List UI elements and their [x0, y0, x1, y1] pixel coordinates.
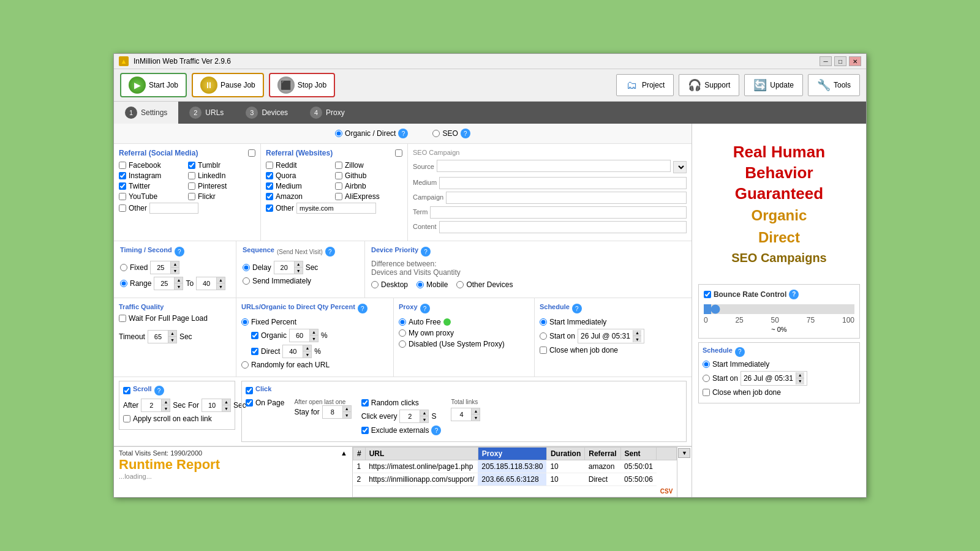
sched-close-check[interactable]: [703, 389, 710, 396]
timeout-input[interactable]: [148, 331, 168, 342]
exclude-help-icon[interactable]: ?: [431, 425, 441, 435]
organic-direct-option[interactable]: Organic / Direct ?: [335, 129, 408, 138]
range-to-up[interactable]: ▲: [216, 277, 225, 283]
device-priority-help-icon[interactable]: ?: [421, 247, 431, 257]
twitter-check[interactable]: [119, 182, 126, 190]
other-web-check[interactable]: [266, 204, 273, 212]
direct-up[interactable]: ▲: [303, 345, 311, 351]
reddit-check[interactable]: [266, 162, 273, 169]
total-links-input[interactable]: [451, 409, 471, 420]
other-social-check[interactable]: [119, 204, 126, 212]
seo-help-icon[interactable]: ?: [461, 129, 470, 138]
support-button[interactable]: 🎧 Support: [679, 74, 739, 96]
stop-job-button[interactable]: ⬛ Stop Job: [269, 73, 335, 97]
bounce-help-icon[interactable]: ?: [789, 290, 799, 299]
organic-down[interactable]: ▼: [309, 335, 318, 342]
fixed-percent-radio[interactable]: [241, 318, 249, 326]
start-job-button[interactable]: ▶ Start Job: [120, 73, 187, 97]
scroll-for-input[interactable]: [202, 400, 222, 411]
facebook-check[interactable]: [119, 162, 126, 169]
tools-button[interactable]: 🔧 Tools: [808, 74, 860, 96]
campaign-input[interactable]: [446, 192, 687, 204]
table-scroll-down[interactable]: ▼: [678, 448, 690, 458]
source-select[interactable]: [673, 161, 687, 173]
quora-check[interactable]: [266, 172, 273, 179]
date-down[interactable]: ▼: [633, 336, 641, 342]
url-qty-help-icon[interactable]: ?: [358, 304, 368, 313]
stay-down[interactable]: ▼: [342, 412, 351, 418]
my-proxy-radio[interactable]: [399, 329, 406, 337]
proxy-help-icon[interactable]: ?: [420, 304, 430, 313]
wait-check[interactable]: [119, 315, 126, 322]
referral-websites-toggle[interactable]: [395, 149, 402, 157]
organic-radio[interactable]: [335, 130, 342, 137]
instagram-check[interactable]: [119, 172, 126, 179]
referral-social-toggle[interactable]: [248, 149, 255, 157]
timeout-down[interactable]: ▼: [168, 337, 176, 343]
click-check[interactable]: [246, 387, 253, 394]
stay-up[interactable]: ▲: [342, 406, 351, 412]
direct-input[interactable]: [283, 346, 303, 357]
random-url-radio[interactable]: [241, 361, 249, 369]
click-every-input[interactable]: [400, 411, 420, 422]
amazon-check[interactable]: [266, 193, 273, 200]
other-social-input[interactable]: [149, 203, 198, 214]
bounce-slider[interactable]: [704, 304, 854, 314]
range-from-up[interactable]: ▲: [174, 277, 183, 283]
delay-up[interactable]: ▲: [294, 261, 303, 268]
aliexpress-check[interactable]: [335, 193, 342, 200]
start-immediately-radio[interactable]: [540, 318, 547, 326]
content-input[interactable]: [439, 221, 687, 233]
scroll-help-icon[interactable]: ?: [154, 386, 164, 395]
seo-option[interactable]: SEO ?: [432, 129, 470, 138]
scroll-up-icon[interactable]: ▲: [341, 449, 347, 457]
schedule-right-help[interactable]: ?: [735, 347, 745, 357]
range-from-down[interactable]: ▼: [174, 283, 183, 290]
bounce-check[interactable]: [704, 291, 711, 298]
desktop-radio[interactable]: [371, 281, 379, 288]
term-input[interactable]: [430, 206, 686, 219]
project-button[interactable]: 🗂 Project: [616, 74, 674, 96]
sched-immediate-radio[interactable]: [703, 361, 710, 368]
other-devices-radio[interactable]: [456, 281, 464, 288]
close-check[interactable]: [540, 347, 547, 354]
scroll-check[interactable]: [123, 387, 130, 394]
other-devices-option[interactable]: Other Devices: [456, 280, 513, 289]
fixed-down[interactable]: ▼: [170, 268, 179, 274]
youtube-check[interactable]: [119, 193, 126, 200]
source-input[interactable]: [437, 160, 671, 172]
click-every-up[interactable]: ▲: [420, 410, 428, 416]
stay-for-input[interactable]: [323, 407, 342, 418]
mobile-radio[interactable]: [417, 281, 424, 288]
range-to-down[interactable]: ▼: [216, 283, 225, 290]
medium-check[interactable]: [266, 182, 273, 190]
apply-scroll-check[interactable]: [123, 415, 130, 422]
exclude-check[interactable]: [361, 427, 369, 434]
scroll-for-down[interactable]: ▼: [222, 405, 230, 411]
direct-down[interactable]: ▼: [303, 351, 311, 358]
scroll-for-up[interactable]: ▲: [222, 399, 230, 405]
other-web-input[interactable]: [296, 203, 376, 214]
send-immediately-radio[interactable]: [243, 277, 250, 285]
tab-devices[interactable]: 3 Devices: [235, 102, 299, 124]
github-check[interactable]: [335, 172, 342, 179]
timeout-up[interactable]: ▲: [168, 331, 176, 337]
delay-radio[interactable]: [243, 264, 250, 271]
tumblr-check[interactable]: [188, 162, 195, 169]
csv-export-button[interactable]: CSV: [657, 486, 677, 497]
update-button[interactable]: 🔄 Update: [744, 74, 803, 96]
delay-down[interactable]: ▼: [294, 268, 303, 274]
airbnb-check[interactable]: [335, 182, 342, 190]
delay-input[interactable]: [274, 262, 294, 273]
sched-start-on-radio[interactable]: [703, 375, 710, 382]
organic-input[interactable]: [290, 330, 309, 341]
organic-help-icon[interactable]: ?: [398, 129, 408, 138]
zillow-check[interactable]: [335, 162, 342, 169]
random-clicks-check[interactable]: [361, 399, 369, 407]
mobile-option[interactable]: Mobile: [417, 280, 448, 289]
close-button[interactable]: ✕: [849, 56, 861, 66]
seo-radio[interactable]: [432, 130, 440, 137]
fixed-input[interactable]: [151, 262, 170, 273]
fixed-radio[interactable]: [120, 264, 127, 271]
sched-date-down[interactable]: ▼: [796, 378, 804, 384]
